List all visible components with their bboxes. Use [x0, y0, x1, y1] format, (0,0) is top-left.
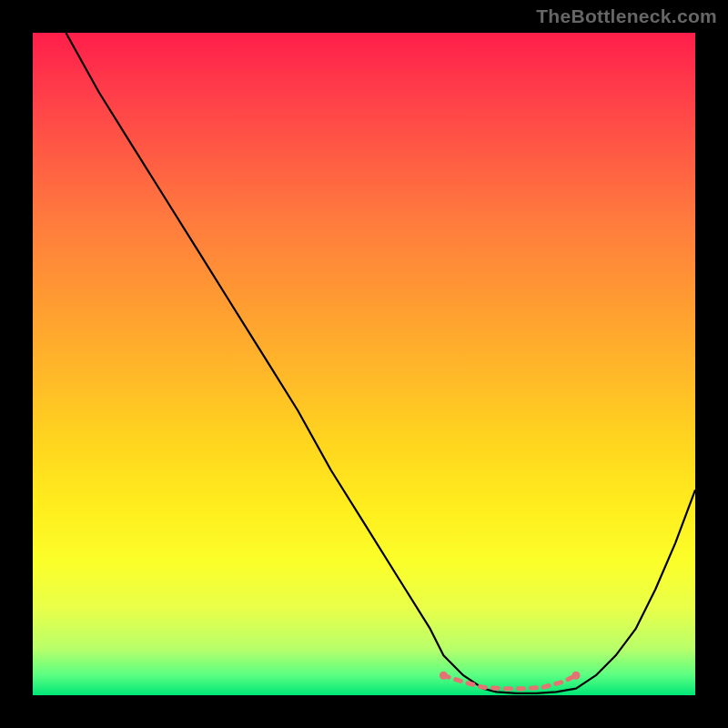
bottleneck-curve — [66, 33, 695, 693]
svg-point-0 — [440, 672, 448, 680]
chart-container: TheBottleneck.com — [0, 0, 728, 728]
watermark-text: TheBottleneck.com — [536, 5, 717, 27]
svg-point-1 — [572, 672, 581, 680]
curve-layer — [33, 33, 695, 695]
